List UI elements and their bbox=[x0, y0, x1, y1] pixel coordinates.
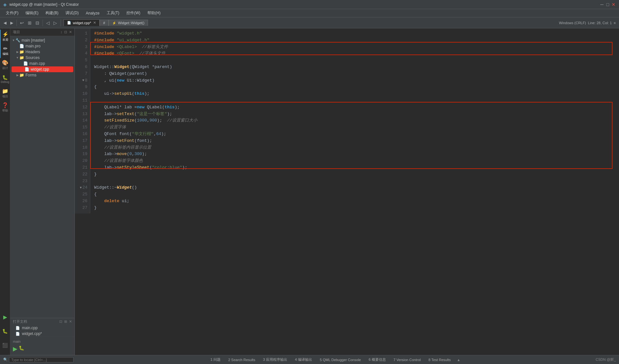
line-num-8: ▼8 bbox=[75, 77, 90, 84]
code-line-25: { bbox=[94, 191, 615, 198]
open-docs-icon1[interactable]: ⊡ bbox=[59, 320, 62, 324]
content-area: ⚡ 欢迎 ✏ 编辑 🎨 设计 🐛 Debug 📁 项目 ❓ 帮助 bbox=[0, 28, 619, 355]
menu-file[interactable]: 文件(F) bbox=[3, 10, 22, 16]
open-doc-main-cpp[interactable]: 📄 main.cpp bbox=[10, 325, 74, 331]
kw-include-2: #include bbox=[94, 37, 114, 44]
code-line-6: Widget :: Widget (QWidget *parent) bbox=[94, 64, 615, 71]
tree-headers-label: Headers bbox=[25, 50, 40, 54]
run-stop-button[interactable]: ⬛ bbox=[0, 338, 10, 352]
app-icon: ◈ bbox=[3, 2, 7, 7]
status-tab-vcs[interactable]: 7 Version Control bbox=[390, 357, 424, 363]
code-line-20: //设置标签字体颜色 bbox=[94, 158, 615, 164]
str-label-text: "这是一个标签" bbox=[137, 111, 167, 118]
menu-edit[interactable]: 编辑(E) bbox=[22, 10, 42, 16]
comment-move: //设置标签内容显示位置 bbox=[104, 144, 151, 151]
run-debug-button[interactable]: 🐛 bbox=[0, 324, 10, 338]
tree-sources[interactable]: ▼ 📁 Sources bbox=[10, 55, 74, 61]
file-panel-header: 项目 ↕ ⊡ ✕ bbox=[10, 28, 74, 36]
kw-this-2: this bbox=[164, 104, 174, 111]
open-doc-main-cpp-icon: 📄 bbox=[15, 326, 20, 330]
toolbar-btn2[interactable]: ⊞ bbox=[26, 19, 33, 26]
menu-help[interactable]: 帮助(H) bbox=[144, 10, 164, 16]
tree-main-pro[interactable]: 📄 main.pro bbox=[10, 43, 74, 49]
titlebar-title: widget.cpp @ main [master] - Qt Creator bbox=[9, 2, 79, 7]
code-line-8: , ui( new Ui::Widget) bbox=[94, 77, 615, 84]
tab-bar: 📄 widget.cpp* ✕ # ⚡ Widget::Widget() bbox=[62, 19, 555, 26]
tab-widget-cpp[interactable]: 📄 widget.cpp* ✕ bbox=[64, 19, 100, 26]
toolbar-right-icon: ≡ bbox=[614, 21, 616, 25]
tree-sources-label: Sources bbox=[25, 55, 40, 60]
tree-sources-icon: 📁 bbox=[19, 55, 24, 60]
titlebar-left: ◈ widget.cpp @ main [master] - Qt Creato… bbox=[3, 2, 79, 7]
tree-main-cpp[interactable]: 📄 main.cpp bbox=[10, 61, 74, 66]
toolbar-btn5[interactable]: ▷ bbox=[52, 19, 59, 26]
close-button[interactable]: ✕ bbox=[611, 2, 616, 7]
toolbar-btn1[interactable]: ↩ bbox=[18, 19, 25, 26]
statusbar: 🔍 1 问题 2 Search Results 3 应用程序输出 4 编译输出 … bbox=[0, 355, 619, 364]
str-ui-widget-h: "ui_widget.h" bbox=[117, 37, 149, 44]
open-docs-icon3[interactable]: ✕ bbox=[69, 320, 72, 324]
status-tab-tests[interactable]: 8 Test Results bbox=[425, 357, 454, 363]
comment-qfont: //字体头文件 bbox=[139, 50, 165, 57]
toolbar-btn3[interactable]: ⊟ bbox=[34, 19, 41, 26]
status-tab-app-output[interactable]: 3 应用程序输出 bbox=[260, 356, 291, 363]
status-left: 🔍 bbox=[3, 357, 74, 362]
sync-icon[interactable]: ↕ bbox=[61, 30, 63, 34]
code-line-22: } bbox=[94, 171, 615, 178]
tab-close-button[interactable]: ✕ bbox=[93, 21, 96, 25]
sidebar-icon-debug[interactable]: 🐛 Debug bbox=[0, 72, 10, 86]
open-docs-icons: ⊡ ⊞ ✕ bbox=[59, 320, 72, 324]
minimize-button[interactable]: ─ bbox=[600, 2, 604, 7]
tree-headers[interactable]: ▶ 📁 Headers bbox=[10, 49, 74, 55]
menu-build[interactable]: 构建(B) bbox=[42, 10, 62, 16]
bottom-run-icon[interactable]: ▶ bbox=[13, 345, 17, 352]
sidebar-icon-edit[interactable]: ✏ 编辑 bbox=[0, 44, 10, 58]
toolbar-btn4[interactable]: ◁ bbox=[44, 19, 51, 26]
run-button[interactable]: ▶ bbox=[0, 310, 10, 324]
status-tab-problems[interactable]: 1 问题 bbox=[207, 356, 224, 363]
maximize-button[interactable]: □ bbox=[605, 2, 610, 7]
status-tab-search[interactable]: 2 Search Results bbox=[225, 357, 259, 363]
tree-root[interactable]: ▼ 🔧 main [master] bbox=[10, 37, 74, 43]
menu-analyze[interactable]: Analyze bbox=[83, 10, 103, 16]
sidebar-icon-help[interactable]: ❓ 帮助 bbox=[0, 101, 10, 115]
tab-hash[interactable]: # bbox=[100, 20, 109, 26]
open-docs-title: 打开文档 bbox=[13, 319, 27, 324]
code-content[interactable]: #include "widget.h" #include "ui_widget.… bbox=[90, 28, 619, 213]
str-color-blue: "color:blue" bbox=[152, 164, 182, 171]
menu-debug[interactable]: 调试(D) bbox=[62, 10, 82, 16]
bottom-debug-icon[interactable]: 🐛 bbox=[19, 345, 24, 352]
toolbar-back-button[interactable]: ◀ bbox=[2, 20, 8, 26]
status-tab-compile[interactable]: 4 编译输出 bbox=[291, 356, 316, 363]
tree-widget-cpp[interactable]: 📄 widget.cpp bbox=[12, 66, 73, 72]
panel-title: 项目 bbox=[13, 30, 20, 34]
tree-forms[interactable]: ▶ 📁 Forms bbox=[10, 72, 74, 78]
editor-wrapper: 1 2 3 4 5 6 7 ▼8 9 10 11 12 13 14 15 bbox=[75, 28, 619, 355]
comment-color: //设置标签字体颜色 bbox=[104, 158, 143, 164]
status-tab-summary[interactable]: 6 概要信息 bbox=[365, 356, 389, 363]
filter-icon[interactable]: ⊡ bbox=[64, 30, 67, 34]
panel-close-icon[interactable]: ✕ bbox=[69, 30, 72, 34]
welcome-icon: ⚡ bbox=[2, 32, 9, 37]
tab-widget-func[interactable]: ⚡ Widget::Widget() bbox=[109, 20, 148, 26]
sidebar-icon-welcome[interactable]: ⚡ 欢迎 bbox=[0, 30, 10, 44]
func-widget-constructor: Widget bbox=[114, 64, 129, 71]
app: ◈ widget.cpp @ main [master] - Qt Creato… bbox=[0, 0, 619, 364]
func-setupui: setupUi bbox=[114, 91, 132, 97]
func-destructor: Widget bbox=[117, 184, 132, 191]
sidebar-icon-project[interactable]: 📁 项目 bbox=[0, 86, 10, 101]
open-docs-icon2[interactable]: ⊞ bbox=[64, 320, 67, 324]
status-right-text: CSDN @辉_ bbox=[595, 358, 616, 361]
menu-controls[interactable]: 控件(W) bbox=[123, 10, 143, 16]
search-input[interactable] bbox=[9, 357, 74, 362]
sidebar-icon-design[interactable]: 🎨 设计 bbox=[0, 58, 10, 72]
status-tab-expand[interactable]: ▲ bbox=[455, 358, 462, 362]
line-num-13: 13 bbox=[75, 111, 90, 118]
str-font-name: "华文行楷" bbox=[132, 131, 154, 138]
open-doc-widget-cpp[interactable]: 📄 widget.cpp* bbox=[10, 331, 74, 337]
toolbar-forward-button[interactable]: ▶ bbox=[9, 20, 15, 26]
menu-tools[interactable]: 工具(T) bbox=[103, 10, 123, 16]
code-line-9: { bbox=[94, 84, 615, 91]
status-tab-qml[interactable]: 5 QML Debugger Console bbox=[316, 357, 364, 363]
comment-setfont: //设置字体 bbox=[104, 124, 126, 131]
